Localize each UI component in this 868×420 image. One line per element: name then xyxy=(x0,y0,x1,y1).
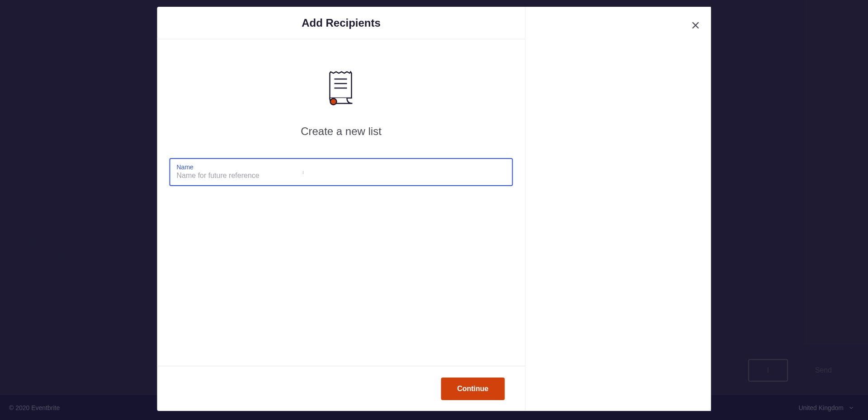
modal-body: Create a new list Name xyxy=(157,39,525,366)
svg-point-3 xyxy=(330,98,337,105)
modal-subtitle: Create a new list xyxy=(301,125,382,138)
modal-title: Add Recipients xyxy=(302,17,381,29)
modal-side-panel xyxy=(526,7,711,411)
list-document-icon xyxy=(326,71,357,107)
name-input[interactable] xyxy=(177,172,506,180)
continue-button[interactable]: Continue xyxy=(441,378,505,400)
modal-footer: Continue xyxy=(157,366,525,411)
name-input-wrapper[interactable]: Name xyxy=(170,158,513,186)
text-cursor-icon xyxy=(303,166,304,179)
close-icon xyxy=(692,21,700,29)
add-recipients-modal: Add Recipients Create a new list Name xyxy=(157,7,711,411)
modal-main-panel: Add Recipients Create a new list Name xyxy=(157,7,526,411)
modal-header: Add Recipients xyxy=(157,7,525,39)
close-button[interactable] xyxy=(692,21,700,31)
name-input-label: Name xyxy=(177,163,506,171)
